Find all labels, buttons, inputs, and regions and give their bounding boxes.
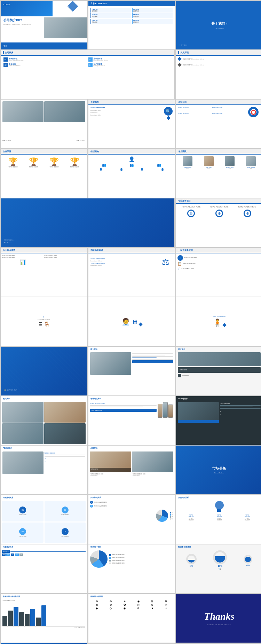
steps-row: 02 03 04 05 06: [2, 553, 86, 556]
tag-responsibility: 责任: [3, 45, 7, 47]
brand-img1: TOPIC HERE: [90, 451, 131, 472]
sprog-title: 六项递进关系: [3, 546, 13, 548]
fp2-row2: 02 TOPIC HEADER HERE: [90, 505, 173, 508]
logo-text: LOGO: [3, 3, 10, 6]
bar-6: [30, 609, 35, 626]
contents-item-2: PART 02 战略布局: [132, 8, 173, 13]
pc1-body: TOPIC HEADER ✓ ✓: [176, 401, 261, 424]
honor-body: 🏆 TOPIC HEADER 🏆 TOPIC HEADER 🏆 TOPIC HE…: [1, 155, 87, 171]
dev-timeline2: HEADER HERE Lorem ipsum dolor sit: [178, 63, 260, 66]
overview-body: 01 架构的宗旨 Lorem ipsum dolor sit amet 02 企…: [1, 56, 174, 69]
main-title: 公司简介PPT: [3, 18, 31, 23]
vision-left: TOPIC HEADER HERE Lorem ipsum dolor Lore…: [90, 107, 162, 119]
creative-item3: 40%: [244, 555, 252, 566]
slide-img-show1: 图文展示 ✓: [88, 347, 175, 395]
cover-subtitle: BUSINESS POWERPOINT PRESENTATION: [3, 23, 31, 25]
service-icons-row: TOPIC HEADER HERE TOPIC HEADER HERE TOPI…: [177, 206, 261, 208]
pc2-title: PC终端展示: [3, 447, 12, 449]
vision-center: 🔍: [164, 107, 173, 119]
trophy-2: 🏆 TOPIC HEADER: [29, 157, 38, 168]
vision-title: 企业愿景: [90, 101, 99, 104]
market-title: 市场分析: [212, 466, 226, 471]
brand-text2: TOPIC HEADER HERELorem ipsum: [132, 473, 173, 493]
pc1-title: PC终端展示: [178, 398, 188, 400]
target-title: 企业目标: [178, 101, 187, 104]
fp1-header: 四项并列关系: [1, 495, 87, 500]
creative-body: 15% 20% 🔍 40%: [176, 549, 261, 572]
pie-legend: TOPIC HEADER HERE TOPIC HEADER HERE TOPI…: [109, 554, 125, 564]
pc2-body: TOPIC HEADER ✓ ✓: [1, 450, 87, 475]
contents-item-3: PART 03 产品旅程: [90, 13, 131, 18]
tag-coop: 合作: [59, 2, 63, 4]
slide-org: 组织架构 👤 👥 👥 👥 👤: [88, 149, 175, 198]
tag-start: 开始: [75, 2, 78, 4]
cover-bottom: 责任: [1, 42, 87, 49]
bar2-header: 数据图一柱状图: [88, 594, 175, 599]
team-title: 专业团队: [178, 150, 187, 153]
bar2-title: 数据图一柱状图: [90, 595, 103, 597]
target-icon: [246, 107, 260, 117]
vision-body: TOPIC HEADER HERE Lorem ipsum dolor Lore…: [88, 105, 175, 121]
img-labels: HEADER HERE HEADER HERE: [2, 134, 85, 147]
contents-header: 目录 CONTENTS: [88, 1, 175, 6]
imgshow1-title: 图文展示: [90, 348, 97, 350]
slide-scene3: TOPIC HEADER HERE 🧍: [176, 297, 261, 346]
pc2-header: PC终端展示: [1, 446, 87, 450]
brand-text1: TOPIC HEADER HERELorem ipsum: [90, 473, 131, 493]
slide-data-pie: 数据图一饼图 TOPIC HEADER HERE TOPIC HEADER HE…: [88, 544, 175, 593]
brand-img2: [132, 451, 173, 472]
imgshow3-header: 图文展示: [1, 396, 87, 401]
fp1-item1: 01 TOPIC HERE: [2, 501, 44, 521]
slide-cover: LOGO 合作 开始 公司简介PPT BUSINESS POWERPOINT P…: [1, 1, 87, 49]
quality-header: 四级品质承诺: [88, 248, 175, 253]
pc2-text: TOPIC HEADER ✓ ✓: [45, 451, 86, 474]
slide-mobile: 移动端链展示 TOPIC HEADER HERE TOPIC HEADER HE…: [88, 396, 175, 445]
trophy-1: 🏆 TOPIC HEADER: [8, 157, 18, 168]
img-placeholder-1: [2, 101, 44, 122]
slide-market: 市场分析 Market Analysis: [176, 446, 261, 494]
imgshow2-items: Lorem ipsum: [178, 374, 261, 377]
imgshow1-text: ✓: [132, 352, 173, 375]
sp-items: TOPICHEADER TOPICHEADER TOPICHEADER TOPI…: [177, 515, 261, 521]
contents-grid: PART 01 公司概况 PART 02 战略布局 PART 03 产品旅程 P…: [88, 6, 175, 25]
overview-right: 03 合作的目标 Lorem ipsum dolor sit amet 04 我…: [88, 57, 172, 67]
onestop-row3: ✓ TOPIC HEADER HERE: [177, 267, 261, 270]
honor-title: 企业荣誉: [3, 150, 11, 153]
bar-4: [19, 612, 24, 626]
bar2-icons: ⊕ ⊛ ✦ ◈ ⊞ ❋ ◉ ⊚ ✿ ◎ ⊜ ❊ ◆ ◇ ◈ ⊗ ★ ☆: [88, 599, 175, 611]
slide-enterprise-vision: 企业愿景 TOPIC HEADER HERE Lorem ipsum dolor…: [88, 100, 175, 148]
contents-item-6: PART 06 财务分析: [132, 19, 173, 24]
sp-bulb: [177, 501, 261, 513]
bar-header: 数据实用一颜色柱状图: [1, 594, 87, 599]
slide-honor: 企业荣誉 🏆 TOPIC HEADER 🏆 TOPIC HEADER 🏆 TOP…: [1, 149, 87, 198]
pc2-screen: [2, 451, 44, 474]
mobile-body: TOPIC HEADER HERE TOPIC HEADER HERE: [88, 401, 175, 419]
brand-header: 品牌展示: [88, 446, 175, 450]
overview-title: 公司概况: [5, 51, 13, 54]
slide-one-stop: 一站式服务流程 👤 TOPIC HEADER HERE 📋 TOPIC HEAD…: [176, 248, 261, 297]
imgshow1-body: ✓: [88, 352, 175, 376]
advantage-body: TOPIC HEADER HERE TOPIC HEADER HERE TOPI…: [1, 253, 87, 267]
service-gears: ⚙ ⚙ ⚙: [177, 210, 261, 217]
slide-data-bar2: 数据图一柱状图 ⊕ ⊛ ✦ ◈ ⊞ ❋ ◉ ⊚ ✿ ◎ ⊜ ❊ ◆ ◇ ◈ ⊗ …: [88, 594, 175, 643]
onestop-row2: 📋 TOPIC HEADER HERE: [177, 262, 261, 266]
trophy-3: 🏆 TOPIC HEADER: [49, 157, 59, 168]
target-grid: TOPIC HEADER TOPIC HEADER TOPIC HEADER T…: [178, 107, 245, 117]
bar-1: [2, 616, 7, 626]
slide-blue-divider: 我们的服务 › The Service: [1, 198, 174, 247]
quality-body: TOPIC HEADER HERE Lorem ipsum dolor sit …: [88, 253, 175, 271]
fp2-donut: 01 02 03 04: [90, 510, 173, 522]
pie-body: TOPIC HEADER HERE TOPIC HEADER HERE TOPI…: [88, 549, 175, 569]
org-top: 👤: [90, 156, 173, 162]
about-title: 关于我们 ›: [211, 21, 227, 26]
fp1-title: 四项并列关系: [3, 496, 13, 498]
slide-brand: 品牌展示 TOPIC HERE TOPIC HEADER HERELorem i…: [88, 446, 175, 494]
slide-service-scene: ⚙ TOPIC HEADER HERE 🖥 🪑: [1, 297, 87, 346]
vision-header: 企业愿景: [88, 100, 175, 105]
sp-body: TOPICHEADER TOPICHEADER TOPICHEADER TOPI…: [176, 500, 261, 522]
pie-header: 数据图一饼图: [88, 544, 175, 549]
creative-item2: 20% 🔍: [213, 550, 227, 571]
overview-header: 公司概况: [1, 50, 174, 56]
honor-header: 企业荣誉: [1, 149, 87, 155]
slide-img-show2: 图文展示 TOPIC HERE Lorem ipsum: [176, 347, 261, 395]
